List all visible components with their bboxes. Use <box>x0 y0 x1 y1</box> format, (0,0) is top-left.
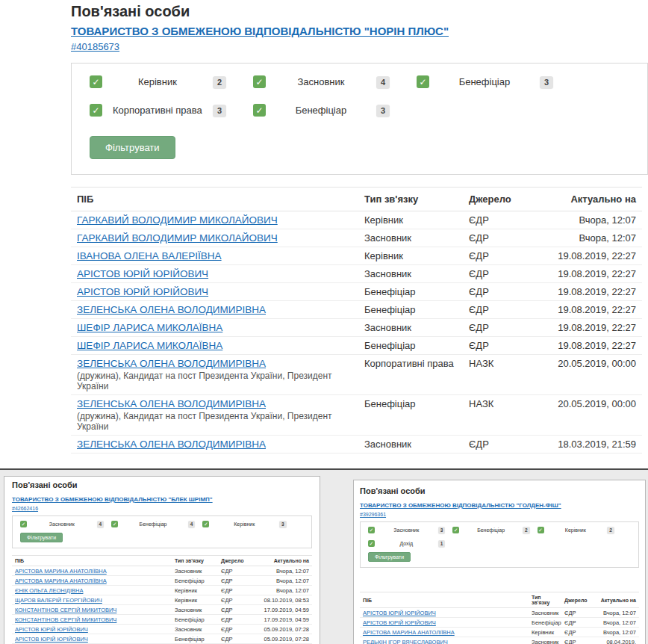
filter-label: Засновник <box>266 76 376 87</box>
filter-list: ✓ Засновник 3 ✓ Бенефіціар 2 ✓ Керівник … <box>368 527 632 547</box>
relation-type: Засновник <box>358 436 463 453</box>
bottom-panels-strip: Пов'язані особи ТОВАРИСТВО З ОБМЕЖЕНОЮ В… <box>0 470 648 644</box>
company-id-link[interactable]: #39296361 <box>360 512 386 517</box>
filter-count-badge: 2 <box>213 76 226 88</box>
filter-item: ✓ Бенефіціар 2 <box>452 527 537 533</box>
person-link[interactable]: АРІСТОВА МАРИНА АНАТОЛІЇВНА <box>15 568 107 575</box>
filter-label: Засновник <box>375 527 438 533</box>
actual-date: 05.09.2019, 07:28 <box>252 625 312 634</box>
relation-type: Бенефіціар <box>358 337 463 354</box>
table-row: ІВАНОВА ОЛЕНА ВАЛЕРІЇВНА Керівник ЄДР 19… <box>71 247 642 265</box>
name-cell: ЗЕЛЕНСЬКА ОЛЕНА ВОЛОДИМИРІВНА (дружина),… <box>71 355 358 394</box>
filter-button[interactable]: Фільтрувати <box>20 533 63 542</box>
table-body: ГАРКАВИЙ ВОЛОДИМИР МИКОЛАЙОВИЧ Керівник … <box>71 211 642 453</box>
actual-date: 19.08.2019, 22:27 <box>538 319 642 336</box>
person-link[interactable]: КОНСТАНТІНОВ СЕРГІЙ МИКИТОВИЧ <box>15 616 116 623</box>
filter-checkbox[interactable]: ✓ <box>253 104 266 117</box>
person-link[interactable]: АРІСТОВА МАРИНА АНАТОЛІЇВНА <box>15 578 107 584</box>
actual-date: 19.08.2019, 22:27 <box>538 301 642 318</box>
related-persons-table: ПІБ Тип зв'язку Джерело Актуально на АРІ… <box>12 555 312 644</box>
related-persons-panel-blek-shrimp: Пов'язані особи ТОВАРИСТВО З ОБМЕЖЕНОЮ В… <box>4 476 320 644</box>
checkmark-icon: ✓ <box>92 78 99 87</box>
related-persons-table: ПІБ Тип зв'язку Джерело Актуально на АРІ… <box>360 592 639 644</box>
filter-panel: ✓ Засновник 4 ✓ Бенефіціар 4 ✓ Керівник … <box>12 515 312 548</box>
person-link[interactable]: АРІСТОВА МАРИНА АНАТОЛІЇВНА <box>363 629 455 636</box>
filter-count-badge: 4 <box>188 521 196 527</box>
name-cell: ШЕФІР ЛАРИСА МИКОЛАЇВНА <box>71 337 358 354</box>
filter-checkbox[interactable]: ✓ <box>417 75 429 88</box>
table-row: ШЕФІР ЛАРИСА МИКОЛАЇВНА Бенефіціар ЄДР 1… <box>71 337 642 355</box>
company-id-link[interactable]: #40185673 <box>71 41 119 52</box>
relation-type: Засновник <box>358 319 463 336</box>
filter-checkbox[interactable]: ✓ <box>202 521 209 527</box>
person-link[interactable]: АРІСТОВ ЮРІЙ ЮРІЙОВИЧ <box>363 619 436 626</box>
actual-date: 08.10.2019, 08:53 <box>252 595 312 604</box>
filter-checkbox[interactable]: ✓ <box>90 104 102 117</box>
relation-type: Засновник <box>529 637 561 644</box>
person-link[interactable]: ЗЕЛЕНСЬКА ОЛЕНА ВОЛОДИМИРІВНА <box>77 304 266 315</box>
person-link[interactable]: КОНСТАНТІНОВ СЕРГІЙ МИКИТОВИЧ <box>15 607 116 613</box>
company-id-link[interactable]: #42662416 <box>12 506 38 511</box>
person-link[interactable]: АРІСТОВ ЮРІЙ ЮРІЙОВИЧ <box>363 610 436 616</box>
filter-item: ✓ Засновник 4 <box>253 75 417 88</box>
source: ЄДР <box>463 265 538 282</box>
person-link[interactable]: ШЕФІР ЛАРИСА МИКОЛАЇВНА <box>77 322 222 333</box>
person-link[interactable]: ЗЕЛЕНСЬКА ОЛЕНА ВОЛОДИМИРІВНА <box>77 398 266 409</box>
relation-type: Засновник <box>529 608 561 617</box>
table-row: ЄНІК ОЛЬГА ЛЕОНІДІВНА Керівник ЄДР Вчора… <box>12 586 312 595</box>
person-link[interactable]: ЗЕЛЕНСЬКА ОЛЕНА ВОЛОДИМИРІВНА <box>77 439 266 450</box>
person-link[interactable]: ЩАРОВ ВАЛЕРІЙ ГЕОРГІЙОВИЧ <box>15 597 102 604</box>
actual-date: 19.08.2019, 22:27 <box>538 283 642 300</box>
table-row: РЕДЬКІН ІГОР ВЯЧЕСЛАВОВИЧ Засновник ЄДР … <box>360 637 639 644</box>
table-body: АРІСТОВ ЮРІЙ ЮРІЙОВИЧ Засновник ЄДР Вчор… <box>360 608 639 644</box>
source: ЄДР <box>218 615 252 624</box>
filter-item: ✓ Керівник 2 <box>538 527 622 533</box>
filter-label: Бенефіціар <box>459 527 523 533</box>
filter-count-badge: 1 <box>438 540 446 547</box>
actual-date: 20.05.2019, 00:00 <box>538 355 642 372</box>
filter-label: Бенефіціар <box>266 105 376 116</box>
table-row: АРІСТОВ ЮРІЙ ЮРІЙОВИЧ Засновник ЄДР 05.0… <box>12 625 312 634</box>
filter-count-badge: 3 <box>376 105 390 117</box>
company-link[interactable]: ТОВАРИСТВО З ОБМЕЖЕНОЮ ВІДПОВІДАЛЬНІСТЮ … <box>360 502 561 509</box>
person-link[interactable]: ЗЕЛЕНСЬКА ОЛЕНА ВОЛОДИМИРІВНА <box>77 358 266 369</box>
name-cell: АРІСТОВ ЮРІЙ ЮРІЙОВИЧ <box>360 618 529 627</box>
filter-checkbox[interactable]: ✓ <box>538 527 544 533</box>
table-header-row: ПІБ Тип зв'язку Джерело Актуально на <box>12 555 312 566</box>
company-link[interactable]: ТОВАРИСТВО З ОБМЕЖЕНОЮ ВІДПОВІДАЛЬНІСТЮ … <box>12 496 213 503</box>
actual-date: Вчора, 12:07 <box>591 618 639 627</box>
table-row: ГАРКАВИЙ ВОЛОДИМИР МИКОЛАЙОВИЧ Керівник … <box>71 211 642 229</box>
person-link[interactable]: АРІСТОВ ЮРІЙ ЮРІЙОВИЧ <box>15 626 88 633</box>
filter-button[interactable]: Фільтрувати <box>368 552 411 562</box>
filter-item: ✓ Керівник 2 <box>90 75 253 88</box>
filter-checkbox[interactable]: ✓ <box>368 527 375 533</box>
person-link[interactable]: ГАРКАВИЙ ВОЛОДИМИР МИКОЛАЙОВИЧ <box>77 232 278 244</box>
person-link[interactable]: АРІСТОВ ЮРІЙ ЮРІЙОВИЧ <box>77 286 208 297</box>
name-cell: АРІСТОВА МАРИНА АНАТОЛІЇВНА <box>12 566 172 575</box>
related-persons-panel-golden-fish: Пов'язані особи ТОВАРИСТВО З ОБМЕЖЕНОЮ В… <box>353 480 646 644</box>
filter-checkbox[interactable]: ✓ <box>90 75 102 88</box>
column-header-name: ПІБ <box>360 595 529 605</box>
person-link[interactable]: ГАРКАВИЙ ВОЛОДИМИР МИКОЛАЙОВИЧ <box>77 214 278 226</box>
filter-button[interactable]: Фільтрувати <box>90 136 175 159</box>
person-link[interactable]: ШЕФІР ЛАРИСА МИКОЛАЇВНА <box>77 340 222 351</box>
relation-type: Бенефіціар <box>529 618 561 627</box>
filter-checkbox[interactable]: ✓ <box>111 521 118 527</box>
filter-checkbox[interactable]: ✓ <box>253 75 266 88</box>
person-link[interactable]: ЄНІК ОЛЬГА ЛЕОНІДІВНА <box>15 587 83 594</box>
filter-checkbox[interactable]: ✓ <box>368 540 375 547</box>
name-cell: АРІСТОВ ЮРІЙ ЮРІЙОВИЧ <box>12 625 172 634</box>
filter-item: ✓ Бенефіціар 4 <box>111 521 202 527</box>
person-link[interactable]: АРІСТОВ ЮРІЙ ЮРІЙОВИЧ <box>77 268 208 279</box>
column-header-date: Актуально на <box>591 595 639 605</box>
actual-date: 05.09.2019, 07:28 <box>252 634 312 643</box>
company-link[interactable]: ТОВАРИСТВО З ОБМЕЖЕНОЮ ВІДПОВІДАЛЬНІСТЮ … <box>71 25 449 37</box>
column-header-name: ПІБ <box>12 556 172 566</box>
person-link[interactable]: ІВАНОВА ОЛЕНА ВАЛЕРІЇВНА <box>77 250 222 261</box>
relation-type: Засновник <box>358 265 463 282</box>
person-link[interactable]: РЕДЬКІН ІГОР ВЯЧЕСЛАВОВИЧ <box>363 639 448 644</box>
filter-checkbox[interactable]: ✓ <box>20 521 27 527</box>
actual-date: Вчора, 12:07 <box>538 229 642 247</box>
person-link[interactable]: АРІСТОВ ЮРІЙ ЮРІЙОВИЧ <box>15 636 88 643</box>
filter-checkbox[interactable]: ✓ <box>452 527 459 533</box>
